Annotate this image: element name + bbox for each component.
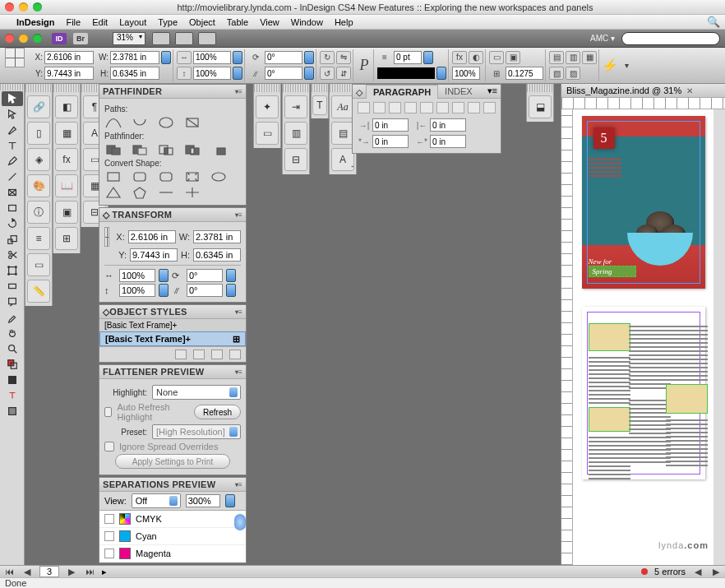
transform-y-input[interactable] [130,248,178,262]
preflight-errors-label[interactable]: 5 errors [654,567,686,576]
justify-right-button[interactable] [436,102,449,113]
spring-callout[interactable]: New for Spring [589,257,636,277]
teaser-text-block[interactable] [589,157,621,177]
article-text-b1[interactable] [629,323,671,389]
zoom-tool[interactable] [2,341,23,356]
constrain-wh-toggle[interactable] [161,51,171,64]
screen-mode-button[interactable] [175,32,193,45]
justify-left-button[interactable] [404,102,417,113]
strip-b-grip[interactable] [53,84,80,92]
scissors-tool[interactable] [2,248,23,262]
transform-w-input[interactable] [193,230,241,243]
first-line-indent-input[interactable] [372,135,409,148]
menu-table[interactable]: Table [227,17,248,27]
menu-view[interactable]: View [260,17,279,27]
menu-layout[interactable]: Layout [119,17,146,27]
strip-h-grip[interactable] [527,84,553,92]
table-panel-icon[interactable]: ⊞ [55,227,78,250]
document-vertical-scrollbar[interactable] [713,109,725,565]
tools-grip[interactable] [0,84,24,90]
align-towards-spine-button[interactable] [468,102,480,113]
clear-overrides-button[interactable] [175,350,187,359]
pencil-tool[interactable] [2,154,23,169]
transform-sy-input[interactable] [119,284,155,297]
rotate-stepper[interactable] [304,51,314,64]
convert-orthogonal-button[interactable] [183,186,201,199]
transform-x-input[interactable] [128,230,176,243]
article-text-a1[interactable] [589,354,630,404]
book-panel-icon[interactable]: 📖 [55,174,78,197]
justify-all-button[interactable] [452,102,464,113]
story-panel-icon[interactable]: ▭ [256,122,279,145]
strip-f-grip[interactable] [312,84,328,92]
opacity-input[interactable] [452,67,480,80]
transform-sy-stepper[interactable] [159,284,169,297]
separations-pct-input[interactable] [186,494,220,507]
rotate-tool[interactable] [2,216,23,231]
first-page-button[interactable]: ⏮ [3,567,15,576]
delete-style-button[interactable] [229,350,241,359]
color-panel-icon[interactable]: ◧ [55,95,78,118]
layers-panel-icon[interactable]: ◈ [27,148,50,171]
page-spread-1[interactable]: 5 New for Spring [582,116,705,289]
zoom-level-select[interactable]: 31% [113,32,145,45]
apply-color-button[interactable] [2,373,23,387]
ignore-overrides-checkbox[interactable] [104,442,114,451]
stroke-weight-stepper[interactable] [423,51,433,64]
article-text-c2[interactable] [666,417,708,466]
align-away-spine-button[interactable] [483,102,496,113]
transform-sx-stepper[interactable] [159,269,169,282]
rotate-ccw-button[interactable]: ↺ [320,67,335,80]
transform-shear-input[interactable] [187,284,223,297]
hand-tool[interactable] [2,326,23,340]
right-indent-input[interactable] [430,118,466,132]
transform-h-input[interactable] [193,248,241,262]
cross-refs-icon[interactable]: ⊟ [284,148,307,171]
line-tool[interactable] [2,169,23,184]
spotlight-icon[interactable]: 🔍 [707,16,720,28]
clear-attrs-button[interactable] [193,350,205,359]
strip-e-grip[interactable] [283,84,309,92]
gradient-tool[interactable] [2,279,23,294]
sep-cyan-row[interactable]: Cyan [99,528,246,545]
menu-help[interactable]: Help [335,17,353,27]
close-doc-button[interactable] [5,34,14,43]
width-input[interactable] [110,51,159,64]
auto-refresh-checkbox[interactable] [104,407,112,417]
join-path-button[interactable] [104,116,122,129]
scale-y-input[interactable] [193,67,231,80]
flip-v-button[interactable]: ⇵ [336,67,351,80]
article-image-a[interactable] [589,323,630,351]
last-line-indent-input[interactable] [430,135,466,148]
new-style-button[interactable] [211,350,223,359]
screen-mode-normal[interactable] [2,404,23,419]
character-panel-icon[interactable]: Aa [331,95,354,118]
object-style-row[interactable]: [Basic Text Frame]+ [99,319,246,331]
article-text-c1[interactable] [666,323,708,381]
rotate-input[interactable] [265,51,302,64]
document-canvas[interactable]: 5 New for Spring [573,109,713,565]
effects-panel-icon[interactable]: fx [55,148,78,171]
convert-rounded-button[interactable] [131,170,149,183]
convert-beveled-button[interactable] [157,170,175,183]
links-panel-icon[interactable]: 🔗 [27,95,50,118]
object-styles-menu-button[interactable]: ▾≡ [235,308,242,316]
open-popup-icon[interactable]: ▸ [102,567,107,577]
scale-x-stepper[interactable] [233,51,242,64]
prev-page-button[interactable]: ◀ [21,567,33,576]
menu-window[interactable]: Window [291,17,323,27]
rectangle-frame-tool[interactable] [2,185,23,200]
align-left-button[interactable] [358,102,370,113]
x-position-input[interactable] [44,51,94,64]
hero-image[interactable] [623,200,697,266]
sep-cyan-checkbox[interactable] [104,531,114,541]
workspace-switcher[interactable]: AMC ▾ [590,34,615,43]
gradient-panel-icon[interactable]: ▦ [55,122,78,145]
close-tab-icon[interactable]: ✕ [686,86,693,95]
pf-minus-back-button[interactable] [210,143,228,156]
stroke-weight-input[interactable] [394,51,422,64]
scale-x-input[interactable] [193,51,231,64]
next-page-button[interactable]: ▶ [66,567,77,576]
issue-number-badge[interactable]: 5 [593,127,615,149]
transform-shear-stepper[interactable] [226,284,236,297]
